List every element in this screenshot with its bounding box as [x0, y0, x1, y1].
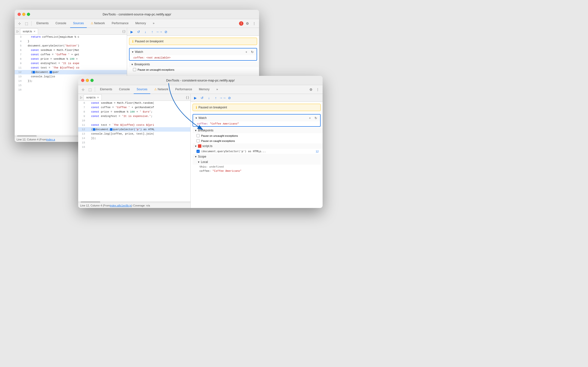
- watch-header-front[interactable]: ▼ Watch + ↻: [193, 115, 320, 121]
- step-out-btn-back[interactable]: ↑: [150, 29, 155, 34]
- close-button-back[interactable]: [18, 13, 21, 16]
- status-bar-front: Line 12, Column 4 (From index.a8c1ec6b.j…: [78, 203, 190, 208]
- watch-refresh-btn-back[interactable]: ↻: [250, 49, 255, 54]
- toolbar-separator-front: [95, 87, 95, 92]
- breakpoints-arrow-back: ▼: [131, 63, 133, 66]
- breakpoints-header-back[interactable]: ▼ Breakpoints: [129, 62, 259, 67]
- tab-sources-front[interactable]: Sources: [134, 85, 150, 94]
- breakpoints-label-front: Breakpoints: [198, 129, 213, 132]
- titlebar-front: DevTools - consistent-source-map-pc.netl…: [78, 76, 323, 85]
- code-line-15-front: 15: [78, 140, 190, 145]
- file-name-front: script.ts: [86, 96, 96, 99]
- scope-label-front: Scope: [198, 155, 206, 158]
- scope-this-front: this: undefined: [193, 165, 321, 169]
- watch-item-coffee-back: coffee: <not available>: [130, 55, 257, 60]
- file-tab-script-front[interactable]: script.ts ✕: [84, 94, 102, 100]
- status-link-front[interactable]: index.a8c1ec6b.js: [110, 204, 131, 207]
- watch-add-btn-back[interactable]: +: [244, 49, 249, 54]
- file-close-btn-front[interactable]: ✕: [97, 96, 99, 99]
- minimize-button-front[interactable]: [86, 79, 89, 82]
- bp-caught-checkbox-front[interactable]: [196, 139, 200, 142]
- tab-memory-front[interactable]: Memory: [196, 85, 212, 94]
- format-icon-front[interactable]: { }: [185, 95, 189, 99]
- code-line-10-front: 10: [78, 118, 190, 123]
- watch-item-value-back: coffee: <not available>: [133, 56, 171, 59]
- close-button-front[interactable]: [81, 79, 84, 82]
- bp-caught-front[interactable]: Pause on caught exceptions: [193, 138, 323, 143]
- bp-uncaught-checkbox-back[interactable]: [133, 68, 136, 71]
- step-over-btn-back[interactable]: ↺: [136, 29, 141, 34]
- settings-icon-front[interactable]: ⚙: [308, 87, 314, 92]
- tab-elements-front[interactable]: Elements: [97, 85, 115, 94]
- settings-icon-back[interactable]: ⚙: [244, 21, 250, 26]
- code-line-7-back: 7 const coffee = 'Coffee ' + get: [15, 52, 127, 57]
- file-tab-script-back[interactable]: script.ts ✕: [20, 28, 38, 34]
- pause-text-front: Paused on breakpoint: [198, 106, 227, 109]
- collapse-tree-icon-front[interactable]: ▷: [79, 95, 83, 99]
- step-into-btn-back[interactable]: ↓: [143, 29, 148, 34]
- bp-code-checkbox-front[interactable]: [196, 150, 200, 153]
- tab-more-front[interactable]: »: [213, 85, 221, 94]
- code-line-8-front: 8 const price = seedNum % 100 + ' Euro';: [78, 110, 190, 114]
- scope-header-front[interactable]: ▼ Scope: [193, 154, 321, 159]
- pause-text-back: Paused on breakpoint: [135, 40, 163, 43]
- tab-network-back[interactable]: ⚠ Network: [88, 19, 108, 28]
- watch-refresh-btn-front[interactable]: ↻: [313, 115, 318, 120]
- pause-banner-back: ℹ Paused on breakpoint: [129, 38, 257, 45]
- local-header-front[interactable]: ▼ Local: [193, 159, 321, 165]
- code-line-3-back: 3 return coffeeList[magicNum % c: [15, 35, 127, 39]
- code-line-8-back: 8 const price = seedNum % 100 +: [15, 57, 127, 61]
- format-icon-back[interactable]: { }: [122, 29, 126, 33]
- script-bp-header-front[interactable]: ▼ script.ts: [193, 143, 323, 149]
- source-tab-bar-back: ▷ script.ts ✕ { }: [15, 28, 127, 35]
- bp-uncaught-checkbox-front[interactable]: [196, 134, 200, 137]
- watch-header-back[interactable]: ▼ Watch + ↻: [130, 48, 257, 55]
- watch-arrow-back: ▼: [131, 51, 134, 53]
- tab-network-front[interactable]: ⚠ Network: [151, 85, 171, 94]
- tab-memory-back[interactable]: Memory: [132, 19, 149, 28]
- inspect-icon[interactable]: ⊹: [17, 21, 22, 26]
- device-icon-front[interactable]: ⬚: [87, 87, 93, 92]
- devtools-toolbar-front: ⊹ ⬚ Elements Console Sources ⚠ Network P…: [78, 85, 323, 94]
- traffic-lights-front: [81, 79, 94, 82]
- collapse-tree-icon-back[interactable]: ▷: [16, 29, 20, 33]
- maximize-button-front[interactable]: [90, 79, 94, 82]
- step-btn-back[interactable]: →→: [156, 29, 162, 34]
- inspect-icon-front[interactable]: ⊹: [80, 87, 86, 92]
- watch-label-back: Watch: [135, 50, 143, 54]
- bp-uncaught-back[interactable]: Pause on uncaught exceptions: [129, 67, 259, 72]
- tab-more-back[interactable]: »: [150, 19, 157, 28]
- code-area-front[interactable]: 6 const seedNum = Math.floor(Math.random…: [78, 101, 190, 201]
- minimize-button-back[interactable]: [22, 13, 25, 16]
- debug-toolbar-front: ▶ ↺ ↓ ↑ →→ ⊘: [191, 94, 323, 102]
- status-link-back[interactable]: index.a: [46, 138, 55, 141]
- more-icon-back[interactable]: ⋮: [251, 21, 257, 26]
- step-out-btn-front[interactable]: ↑: [213, 95, 218, 101]
- tab-console-back[interactable]: Console: [53, 19, 69, 28]
- device-icon[interactable]: ⬚: [23, 21, 29, 26]
- file-close-btn-back[interactable]: ✕: [33, 30, 35, 33]
- watch-add-btn-front[interactable]: +: [307, 115, 312, 120]
- resume-btn-back[interactable]: ▶: [129, 29, 134, 34]
- deactivate-btn-front[interactable]: ⊘: [227, 95, 232, 101]
- code-line-4-back: 4 }: [15, 39, 127, 44]
- tab-elements-back[interactable]: Elements: [33, 19, 52, 28]
- tab-sources-back[interactable]: Sources: [70, 19, 87, 28]
- pause-banner-front: ℹ Paused on breakpoint: [193, 104, 321, 111]
- step-into-btn-front[interactable]: ↓: [206, 95, 212, 101]
- maximize-button-back[interactable]: [27, 13, 30, 16]
- step-over-btn-front[interactable]: ↺: [199, 95, 205, 101]
- tab-console-front[interactable]: Console: [116, 85, 133, 94]
- tab-performance-front[interactable]: Performance: [172, 85, 195, 94]
- bp-code-item-front[interactable]: (document.querySelector('p') as HTMLp...…: [193, 149, 323, 154]
- bp-uncaught-front[interactable]: Pause on uncaught exceptions: [193, 133, 323, 138]
- deactivate-btn-back[interactable]: ⊘: [163, 29, 169, 34]
- more-icon-front[interactable]: ⋮: [315, 87, 321, 92]
- tab-performance-back[interactable]: Performance: [109, 19, 131, 28]
- resume-btn-front[interactable]: ▶: [193, 95, 198, 101]
- breakpoints-header-front[interactable]: ▼ Breakpoints: [193, 128, 323, 133]
- titlebar-back: DevTools - consistent-source-map-pc.netl…: [15, 10, 259, 19]
- watch-actions-front: + ↻: [307, 115, 318, 120]
- breakpoints-label-back: Breakpoints: [134, 63, 150, 66]
- step-btn-front[interactable]: →→: [220, 95, 225, 101]
